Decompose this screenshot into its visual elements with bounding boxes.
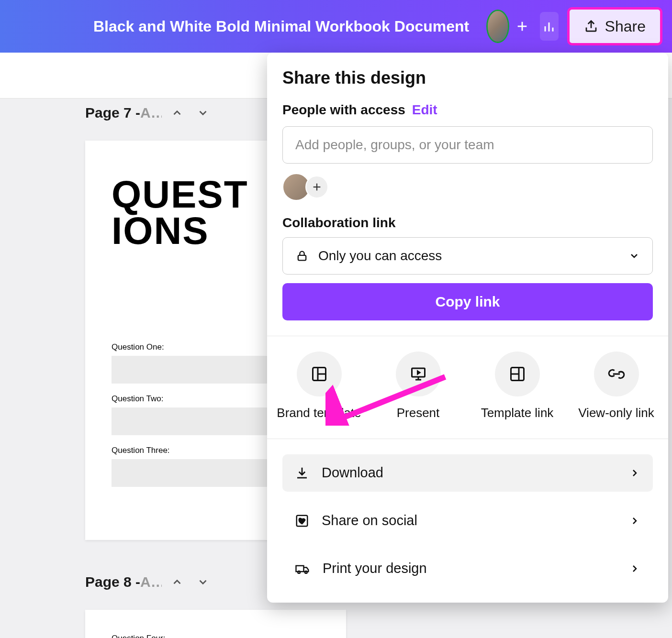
svg-point-24	[298, 571, 300, 573]
chevron-down-icon	[628, 250, 640, 262]
lock-icon	[295, 249, 309, 263]
svg-marker-14	[417, 371, 420, 374]
insights-button[interactable]	[540, 12, 559, 41]
chevron-right-icon	[629, 467, 640, 479]
page-8-canvas[interactable]: Question Four:	[85, 610, 346, 638]
share-social-option[interactable]: Share on social	[282, 502, 653, 539]
question-label[interactable]: Question Four:	[112, 634, 320, 638]
user-avatar[interactable]	[486, 10, 509, 43]
share-panel-title: Share this design	[282, 68, 653, 88]
share-button[interactable]: Share	[567, 7, 662, 45]
brand-template-action[interactable]: Brand template	[276, 352, 362, 421]
move-page-down-button[interactable]	[192, 572, 213, 593]
svg-rect-9	[298, 255, 306, 261]
template-icon	[311, 365, 328, 383]
add-people-input[interactable]	[282, 126, 653, 164]
download-icon	[295, 466, 309, 480]
print-option[interactable]: Print your design	[282, 550, 653, 587]
move-page-down-button[interactable]	[192, 102, 213, 123]
page-label[interactable]: Page 7 - A…	[85, 105, 162, 121]
collab-access-dropdown[interactable]: Only you can access	[282, 237, 653, 275]
copy-link-button[interactable]: Copy link	[282, 283, 653, 320]
present-icon	[410, 365, 427, 383]
share-panel: Share this design People with access Edi…	[267, 53, 668, 603]
chevron-right-icon	[629, 563, 640, 574]
page-label[interactable]: Page 8 - A…	[85, 574, 162, 590]
people-access-label: People with access	[282, 102, 405, 118]
collab-link-label: Collaboration link	[282, 215, 653, 231]
heart-square-icon	[295, 514, 309, 528]
share-icon	[584, 19, 598, 33]
share-button-label: Share	[605, 18, 646, 35]
chevron-right-icon	[629, 515, 640, 527]
shared-avatars	[282, 173, 653, 201]
top-bar: Black and White Bold Minimal Workbook Do…	[0, 0, 672, 53]
view-link-icon	[607, 365, 626, 383]
move-page-up-button[interactable]	[167, 572, 188, 593]
svg-point-25	[305, 571, 307, 573]
add-collaborator-button[interactable]	[513, 12, 531, 40]
view-only-link-action[interactable]: View-only link	[573, 352, 660, 421]
truck-icon	[295, 561, 310, 576]
collab-access-value: Only you can access	[318, 248, 442, 264]
present-action[interactable]: Present	[375, 352, 461, 421]
share-actions-grid: Brand template Present Template link Vie…	[267, 336, 668, 439]
template-link-action[interactable]: Template link	[474, 352, 560, 421]
download-option[interactable]: Download	[282, 454, 653, 492]
template-link-icon	[509, 365, 526, 383]
add-person-button[interactable]	[305, 176, 328, 198]
move-page-up-button[interactable]	[167, 102, 188, 123]
share-options-list: Download Share on social Print your desi…	[267, 439, 668, 603]
document-title[interactable]: Black and White Bold Minimal Workbook Do…	[93, 18, 469, 35]
edit-access-link[interactable]: Edit	[412, 102, 437, 118]
